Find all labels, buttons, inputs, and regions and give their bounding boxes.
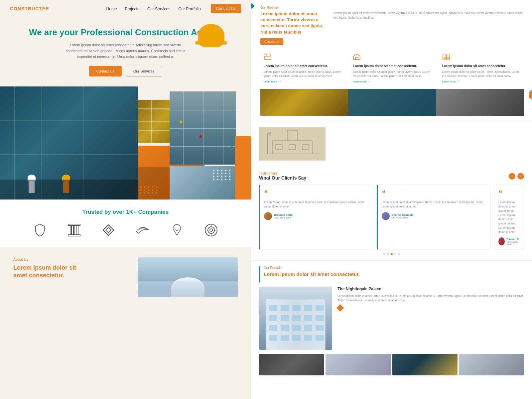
testimonials-header: Testimonials What Our Clients Say ‹ ›	[259, 172, 524, 181]
dot-5[interactable]	[398, 253, 400, 255]
testimonial-prev-button[interactable]: ‹	[509, 173, 515, 180]
svg-rect-17	[443, 55, 446, 58]
author-info-2: Charles Kapidula CEO Astra-lama	[392, 213, 413, 219]
trusted-section: Trusted by over 1K+ Companies	[0, 200, 251, 247]
target-icon	[204, 223, 218, 237]
portfolio-thumb-3[interactable]	[392, 354, 458, 375]
portfolio-thumb-4[interactable]	[459, 354, 524, 375]
hero-description: Lorem ipsum dolor sit amet consectetur. …	[63, 42, 189, 60]
testimonial-card-2: ❝ Lorem ipsum dolor sit amet ipsum Torto…	[377, 185, 491, 250]
testimonial-author-2: Charles Kapidula CEO Astra-lama	[382, 212, 487, 220]
author-name-3: Damien M	[507, 238, 520, 241]
shield-icon	[33, 223, 47, 237]
svg-rect-36	[269, 305, 277, 311]
service-icon-3	[442, 54, 521, 62]
quote-icon-2: ❝	[382, 189, 487, 198]
dots-bottom	[213, 170, 233, 190]
service-card-title-2: Lorem ipsum dolor sit amet consectetur.	[353, 64, 431, 68]
svg-rect-48	[292, 325, 301, 331]
dot-3[interactable]	[391, 253, 393, 255]
service-card-text-3: Lorem ipsum dolor sit amet ipsum. Tortor…	[442, 70, 521, 78]
helmet-shape	[198, 24, 224, 47]
nav-contact-button[interactable]: Contact Us	[211, 4, 241, 13]
quote-icon-3: ❝	[498, 189, 520, 198]
author-role-3: CEO Astra-lama	[507, 241, 520, 245]
service-learn-more-3[interactable]: Learn more	[442, 80, 521, 83]
author-info-1: Brendon Carter CEO Astra-lama	[274, 213, 294, 219]
workers-scene	[0, 86, 138, 200]
services-header: Lorem ipsum dolor sit amet consectetur. …	[260, 11, 524, 45]
testimonials-title-block: Testimonials What Our Clients Say	[259, 172, 306, 181]
svg-rect-41	[269, 315, 277, 321]
portfolio-section: Our Portfolio Lorem ipsum dolor sit amet…	[251, 261, 532, 381]
hero-buttons: Contact Us Our Services	[20, 66, 231, 76]
service-card-title-3: Lorem ipsum dolor sit amet consectetur.	[442, 64, 521, 68]
svg-rect-39	[304, 305, 312, 311]
hero-contact-button[interactable]: Contact Us	[89, 66, 122, 76]
wing-icon	[136, 223, 149, 237]
helmet-decoration	[198, 24, 224, 47]
service-card-2: Lorem ipsum dolor sit amet consectetur. …	[349, 50, 435, 87]
about-section: About Us Lorem ipsum dolor sit amet cons…	[0, 247, 251, 304]
services-contact-button[interactable]: Contact Us	[260, 38, 283, 45]
portfolio-thumb-2[interactable]	[326, 354, 391, 375]
temple-icon	[67, 223, 81, 237]
author-avatar-1	[264, 212, 272, 220]
dot-2[interactable]	[387, 253, 389, 255]
services-headline-text: Lorem ipsum dolor sit amet consectetur. …	[260, 11, 327, 35]
service-icon-2	[353, 54, 431, 62]
svg-rect-44	[304, 315, 312, 321]
svg-rect-54	[304, 335, 312, 341]
company-logo-4	[135, 222, 151, 238]
svg-rect-53	[292, 335, 301, 341]
author-info-3: Damien M CEO Astra-lama	[507, 238, 520, 245]
testimonial-cards: ❝ Ipsum Tortor Lorem ipsum dolor sit ame…	[259, 185, 524, 250]
dots-mid	[140, 186, 158, 194]
svg-rect-40	[316, 305, 324, 311]
svg-rect-3	[73, 225, 75, 235]
portfolio-project-name: The Nightingale Palace	[337, 287, 524, 291]
hero-section: We are your Professional Construction Ag…	[0, 17, 251, 86]
testimonial-card-1: ❝ Ipsum Tortor Lorem ipsum dolor sit ame…	[259, 185, 373, 250]
service-learn-more-2[interactable]: Learn more	[353, 80, 431, 83]
service-learn-more-1[interactable]: Learn more	[264, 80, 342, 83]
testimonials-section: Testimonials What Our Clients Say ‹ › ❝ …	[251, 166, 532, 261]
nav-portfolio[interactable]: Our Portfolio	[178, 7, 200, 11]
services-section: Our Services Lorem ipsum dolor sit amet …	[251, 0, 532, 122]
strip-photo-2	[348, 89, 436, 116]
testimonial-text-3: Lorem ipsum dolor sit amet ipsum Tortor.…	[498, 200, 520, 234]
nav-projects[interactable]: Projects	[125, 7, 139, 11]
nav-home[interactable]: Home	[106, 7, 117, 11]
about-text: About Us Lorem ipsum dolor sit amet cons…	[13, 257, 131, 297]
company-logo-5	[169, 222, 185, 238]
strip-photo-3	[436, 89, 524, 116]
portfolio-thumb-1[interactable]	[259, 354, 324, 375]
testimonial-author-3: Damien M CEO Astra-lama	[498, 237, 520, 245]
dot-1[interactable]	[383, 253, 385, 255]
svg-rect-14	[264, 56, 271, 60]
svg-point-9	[210, 229, 212, 231]
author-name-1: Brendon Carter	[274, 213, 294, 216]
portfolio-title-block: Our Portfolio Lorem ipsum dolor sit amet…	[264, 266, 360, 282]
nav-services[interactable]: Our Services	[147, 7, 170, 11]
company-logo-2	[66, 222, 82, 238]
services-description: Lorem ipsum dolor sit amet consectetur. …	[333, 11, 524, 45]
nav-links: Home Projects Our Services Our Portfolio	[106, 6, 201, 12]
testimonial-next-button[interactable]: ›	[517, 173, 524, 180]
photo-collage	[0, 86, 251, 200]
scaffold-scene	[170, 91, 236, 165]
svg-point-15	[266, 55, 267, 55]
building-svg	[259, 287, 332, 350]
brand-logo: CONSTRUCTEE	[10, 6, 49, 11]
services-headline-block: Lorem ipsum dolor sit amet consectetur. …	[260, 11, 327, 45]
hero-services-button[interactable]: Our Services	[126, 66, 162, 76]
svg-rect-42	[281, 315, 289, 321]
portfolio-main: The Nightingale Palace Lorem ipsum dolor…	[259, 287, 524, 350]
svg-rect-4	[77, 225, 78, 235]
scaffold-photo	[170, 91, 236, 165]
portfolio-featured-text: The Nightingale Palace Lorem ipsum dolor…	[337, 287, 524, 350]
testimonial-nav-arrows: ‹ ›	[509, 173, 524, 180]
orange-side-bar	[235, 136, 251, 200]
dot-4[interactable]	[394, 253, 396, 255]
strip-photo-1	[260, 89, 348, 116]
